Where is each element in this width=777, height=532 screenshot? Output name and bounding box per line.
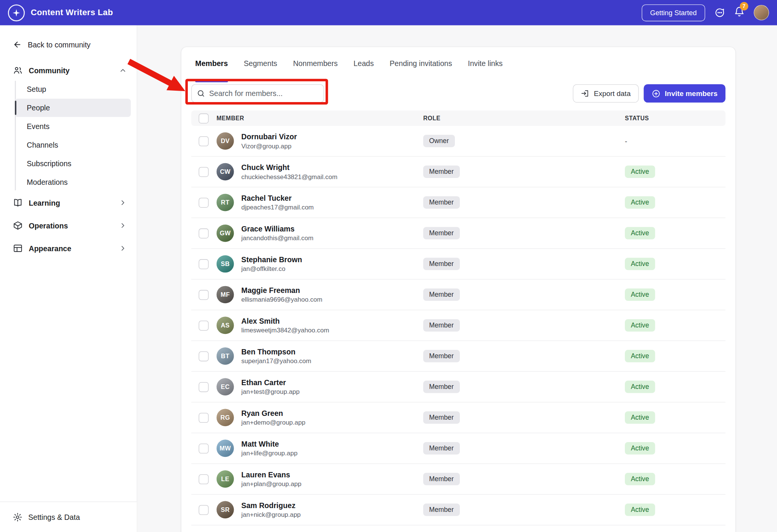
export-icon [581,89,589,98]
community-submenu: Setup People Events Channels Subscriptio… [15,80,131,191]
role-badge: Member [423,319,459,332]
row-checkbox[interactable] [199,290,209,299]
tab-leads[interactable]: Leads [354,59,374,77]
row-checkbox[interactable] [199,320,209,330]
member-email: djpeaches17@gmail.com [241,203,314,212]
learning-label: Learning [29,198,60,207]
row-checkbox[interactable] [199,136,209,146]
status-badge: - [625,137,627,145]
tab-segments[interactable]: Segments [244,59,277,77]
row-checkbox[interactable] [199,474,209,484]
row-checkbox[interactable] [199,259,209,269]
member-avatar: EC [217,378,234,396]
member-avatar: SR [217,501,234,518]
messages-icon[interactable] [714,7,725,18]
compass-logo-icon [8,4,25,21]
row-checkbox[interactable] [199,351,209,361]
export-label: Export data [594,90,631,98]
status-badge: Active [625,319,655,332]
sidebar-item-subscriptions[interactable]: Subscriptions [15,154,131,173]
app-logo[interactable]: Content Writers Lab [8,4,113,21]
avatar-initials: RG [220,414,230,421]
sidebar: Back to community Community Setup People… [0,25,137,532]
status-badge: Active [625,227,655,239]
getting-started-button[interactable]: Getting Started [642,4,705,21]
search-input[interactable] [209,89,319,98]
row-checkbox[interactable] [199,167,209,177]
member-email: jan+demo@group.app [241,418,305,427]
row-checkbox[interactable] [199,412,209,422]
role-badge: Member [423,196,459,209]
member-avatar: LE [217,471,234,488]
status-badge: Active [625,473,655,485]
user-avatar[interactable] [754,5,769,20]
table-row: RT Rachel Tucker djpeaches17@gmail.com M… [191,187,725,218]
member-email: limesweetjm3842@yahoo.com [241,326,329,334]
status-badge: Active [625,196,655,209]
member-name: Chuck Wright [241,162,337,172]
avatar-initials: CW [220,168,231,175]
member-email: chuckiechesse43821@gmail.com [241,173,337,181]
avatar-initials: RT [221,199,230,206]
row-checkbox[interactable] [199,228,209,238]
member-email: jancandothis@gmail.com [241,234,313,242]
invite-members-button[interactable]: Invite members [643,84,725,102]
role-badge: Member [423,258,459,270]
back-to-community-link[interactable]: Back to community [13,40,137,49]
role-badge: Member [423,442,459,455]
back-label: Back to community [28,40,91,49]
search-icon [197,89,205,98]
table-body: DV Dornubari Vizor Vizor@group.app Owner… [191,126,725,526]
tab-members[interactable]: Members [195,59,228,77]
row-checkbox[interactable] [199,382,209,392]
app-title: Content Writers Lab [31,8,113,17]
sidebar-item-moderations[interactable]: Moderations [15,173,131,191]
sidebar-item-setup[interactable]: Setup [15,80,131,98]
avatar-initials: SR [221,506,230,513]
invite-label: Invite members [665,90,717,98]
select-all-checkbox[interactable] [199,113,209,123]
member-avatar: GW [217,225,234,242]
member-name: Grace Williams [241,224,313,234]
sidebar-section-appearance[interactable]: Appearance [13,237,127,260]
tab-nonmembers[interactable]: Nonmembers [293,59,338,77]
member-avatar: SB [217,255,234,273]
avatar-initials: EC [221,383,230,390]
notifications-bell[interactable]: 7 [734,6,745,19]
sidebar-item-people[interactable]: People [15,98,131,117]
tab-invite-links[interactable]: Invite links [468,59,502,77]
member-avatar: RT [217,194,234,211]
members-card: Members Segments Nonmembers Leads Pendin… [181,47,736,532]
main-content: Members Segments Nonmembers Leads Pendin… [137,25,777,532]
table-row: RG Ryan Green jan+demo@group.app Member … [191,403,725,433]
operations-label: Operations [29,221,68,230]
role-badge: Member [423,165,459,178]
status-badge: Active [625,411,655,424]
table-row: MW Matt White jan+life@group.app Member … [191,433,725,464]
role-badge: Owner [423,135,455,147]
member-avatar: RG [217,409,234,427]
toolbar: Export data Invite members [181,84,735,102]
settings-and-data[interactable]: Settings & Data [0,501,137,532]
sidebar-section-community[interactable]: Community [13,63,127,78]
sidebar-section-learning[interactable]: Learning [13,191,127,214]
avatar-initials: BT [221,353,230,359]
member-name: Matt White [241,439,297,449]
member-avatar: AS [217,317,234,334]
status-badge: Active [625,442,655,455]
role-badge: Member [423,504,459,516]
sidebar-item-channels[interactable]: Channels [15,135,131,154]
sidebar-item-events[interactable]: Events [15,117,131,135]
member-name: Ben Thompson [241,347,311,357]
row-checkbox[interactable] [199,443,209,453]
avatar-initials: MF [220,291,230,298]
row-checkbox[interactable] [199,505,209,515]
row-checkbox[interactable] [199,197,209,207]
chevron-right-icon [119,244,127,252]
export-data-button[interactable]: Export data [573,84,639,102]
sidebar-section-operations[interactable]: Operations [13,214,127,237]
member-email: jan+plan@group.app [241,480,301,488]
tab-pending-invitations[interactable]: Pending invitations [390,59,452,77]
table-row: CW Chuck Wright chuckiechesse43821@gmail… [191,157,725,187]
box-icon [13,220,23,230]
